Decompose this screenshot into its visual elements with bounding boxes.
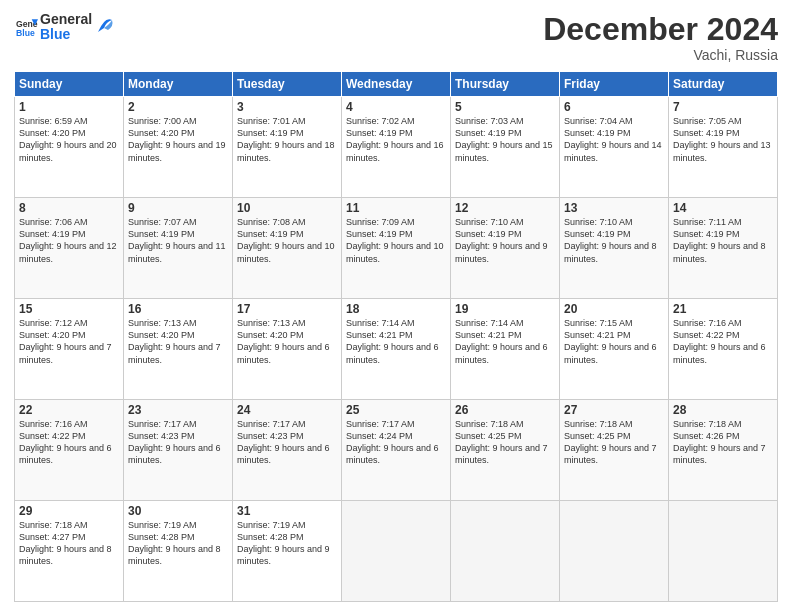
- calendar-week-1: 1Sunrise: 6:59 AMSunset: 4:20 PMDaylight…: [15, 97, 778, 198]
- calendar-day-26: 26Sunrise: 7:18 AMSunset: 4:25 PMDayligh…: [451, 400, 560, 501]
- weekday-header-saturday: Saturday: [669, 72, 778, 97]
- calendar-body: 1Sunrise: 6:59 AMSunset: 4:20 PMDaylight…: [15, 97, 778, 602]
- calendar-day-8: 8Sunrise: 7:06 AMSunset: 4:19 PMDaylight…: [15, 198, 124, 299]
- calendar-day-16: 16Sunrise: 7:13 AMSunset: 4:20 PMDayligh…: [124, 299, 233, 400]
- calendar-empty: [342, 501, 451, 602]
- calendar-day-30: 30Sunrise: 7:19 AMSunset: 4:28 PMDayligh…: [124, 501, 233, 602]
- logo-bird-icon: [96, 14, 114, 36]
- calendar-day-31: 31Sunrise: 7:19 AMSunset: 4:28 PMDayligh…: [233, 501, 342, 602]
- calendar-day-22: 22Sunrise: 7:16 AMSunset: 4:22 PMDayligh…: [15, 400, 124, 501]
- weekday-header-sunday: Sunday: [15, 72, 124, 97]
- calendar-day-2: 2Sunrise: 7:00 AMSunset: 4:20 PMDaylight…: [124, 97, 233, 198]
- calendar-week-4: 22Sunrise: 7:16 AMSunset: 4:22 PMDayligh…: [15, 400, 778, 501]
- calendar-day-13: 13Sunrise: 7:10 AMSunset: 4:19 PMDayligh…: [560, 198, 669, 299]
- calendar-day-27: 27Sunrise: 7:18 AMSunset: 4:25 PMDayligh…: [560, 400, 669, 501]
- calendar-day-20: 20Sunrise: 7:15 AMSunset: 4:21 PMDayligh…: [560, 299, 669, 400]
- weekday-header-monday: Monday: [124, 72, 233, 97]
- calendar-day-7: 7Sunrise: 7:05 AMSunset: 4:19 PMDaylight…: [669, 97, 778, 198]
- calendar-day-28: 28Sunrise: 7:18 AMSunset: 4:26 PMDayligh…: [669, 400, 778, 501]
- svg-text:Blue: Blue: [16, 28, 35, 38]
- logo-general: General: [40, 12, 92, 27]
- calendar-week-2: 8Sunrise: 7:06 AMSunset: 4:19 PMDaylight…: [15, 198, 778, 299]
- weekday-header-thursday: Thursday: [451, 72, 560, 97]
- calendar-day-3: 3Sunrise: 7:01 AMSunset: 4:19 PMDaylight…: [233, 97, 342, 198]
- weekday-header-wednesday: Wednesday: [342, 72, 451, 97]
- calendar-week-3: 15Sunrise: 7:12 AMSunset: 4:20 PMDayligh…: [15, 299, 778, 400]
- location: Vachi, Russia: [543, 47, 778, 63]
- calendar-day-29: 29Sunrise: 7:18 AMSunset: 4:27 PMDayligh…: [15, 501, 124, 602]
- calendar-day-9: 9Sunrise: 7:07 AMSunset: 4:19 PMDaylight…: [124, 198, 233, 299]
- calendar-table: SundayMondayTuesdayWednesdayThursdayFrid…: [14, 71, 778, 602]
- calendar-day-12: 12Sunrise: 7:10 AMSunset: 4:19 PMDayligh…: [451, 198, 560, 299]
- calendar-day-15: 15Sunrise: 7:12 AMSunset: 4:20 PMDayligh…: [15, 299, 124, 400]
- calendar-empty: [669, 501, 778, 602]
- calendar-day-5: 5Sunrise: 7:03 AMSunset: 4:19 PMDaylight…: [451, 97, 560, 198]
- weekday-header-friday: Friday: [560, 72, 669, 97]
- month-title: December 2024: [543, 12, 778, 47]
- calendar-day-6: 6Sunrise: 7:04 AMSunset: 4:19 PMDaylight…: [560, 97, 669, 198]
- calendar-day-14: 14Sunrise: 7:11 AMSunset: 4:19 PMDayligh…: [669, 198, 778, 299]
- calendar-day-23: 23Sunrise: 7:17 AMSunset: 4:23 PMDayligh…: [124, 400, 233, 501]
- calendar-day-25: 25Sunrise: 7:17 AMSunset: 4:24 PMDayligh…: [342, 400, 451, 501]
- calendar-day-21: 21Sunrise: 7:16 AMSunset: 4:22 PMDayligh…: [669, 299, 778, 400]
- calendar-day-24: 24Sunrise: 7:17 AMSunset: 4:23 PMDayligh…: [233, 400, 342, 501]
- calendar-day-17: 17Sunrise: 7:13 AMSunset: 4:20 PMDayligh…: [233, 299, 342, 400]
- calendar-day-10: 10Sunrise: 7:08 AMSunset: 4:19 PMDayligh…: [233, 198, 342, 299]
- calendar-empty: [451, 501, 560, 602]
- calendar-day-1: 1Sunrise: 6:59 AMSunset: 4:20 PMDaylight…: [15, 97, 124, 198]
- title-block: December 2024 Vachi, Russia: [543, 12, 778, 63]
- weekday-header-row: SundayMondayTuesdayWednesdayThursdayFrid…: [15, 72, 778, 97]
- logo-icon: General Blue: [16, 16, 38, 38]
- page: General Blue General Blue December 2024 …: [0, 0, 792, 612]
- logo: General Blue General Blue: [14, 12, 114, 43]
- calendar-day-4: 4Sunrise: 7:02 AMSunset: 4:19 PMDaylight…: [342, 97, 451, 198]
- calendar-day-11: 11Sunrise: 7:09 AMSunset: 4:19 PMDayligh…: [342, 198, 451, 299]
- calendar-week-5: 29Sunrise: 7:18 AMSunset: 4:27 PMDayligh…: [15, 501, 778, 602]
- calendar-empty: [560, 501, 669, 602]
- calendar-day-19: 19Sunrise: 7:14 AMSunset: 4:21 PMDayligh…: [451, 299, 560, 400]
- logo-blue: Blue: [40, 27, 92, 42]
- weekday-header-tuesday: Tuesday: [233, 72, 342, 97]
- calendar-day-18: 18Sunrise: 7:14 AMSunset: 4:21 PMDayligh…: [342, 299, 451, 400]
- header: General Blue General Blue December 2024 …: [14, 12, 778, 63]
